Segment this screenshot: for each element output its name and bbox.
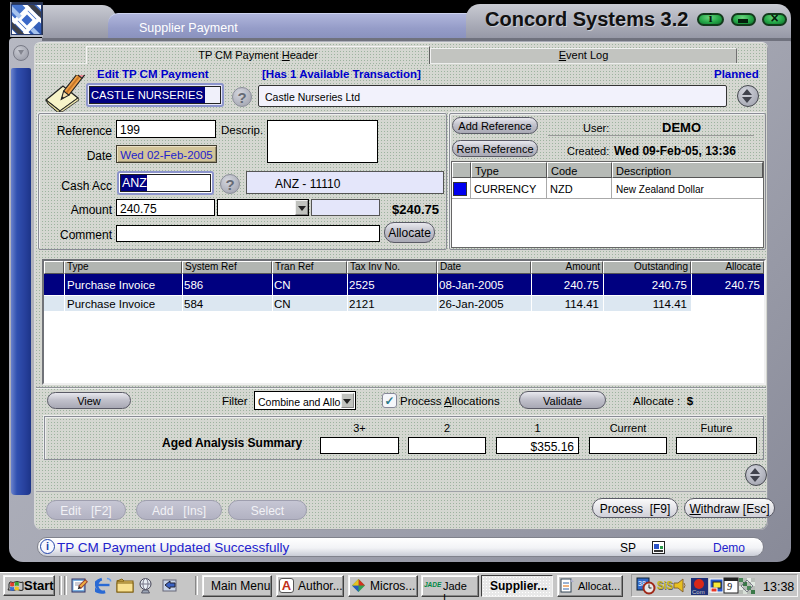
svg-text:9: 9 bbox=[727, 581, 732, 592]
svg-text:Com: Com bbox=[692, 589, 705, 595]
